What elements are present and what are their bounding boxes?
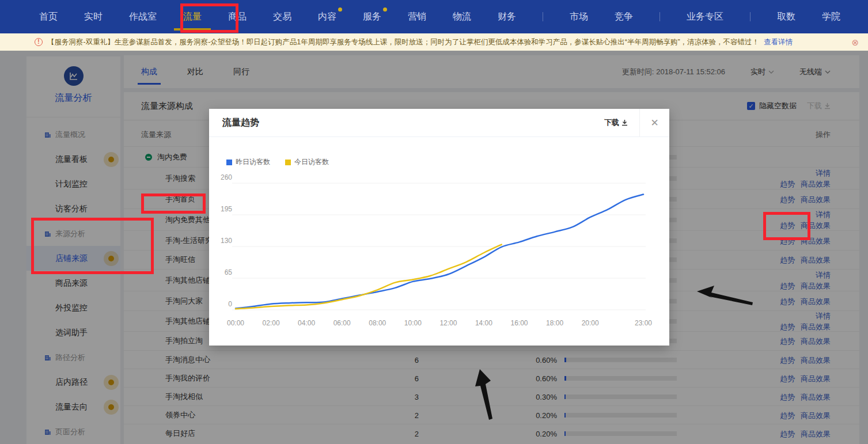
notice-close-icon[interactable]: ⊗ xyxy=(851,38,859,47)
nav-item-11[interactable]: 市场 xyxy=(570,0,588,33)
x-tick-label: 04:00 xyxy=(298,319,315,327)
x-tick-label: 12:00 xyxy=(439,319,457,327)
y-tick-label: 130 xyxy=(221,237,232,245)
nav-item-label: 流量 xyxy=(183,11,202,23)
x-tick-label: 00:00 xyxy=(227,319,244,327)
series-line-0 xyxy=(236,195,643,309)
notice-text: 【服务洞察-双重礼】生意参谋新品首发，服务洞察-众望登场！即日起订购产品1年周期… xyxy=(47,37,759,47)
nav-item-label: 内容 xyxy=(318,11,336,23)
nav-item-9[interactable]: 物流 xyxy=(453,0,471,33)
nav-item-0[interactable]: 首页 xyxy=(39,0,58,33)
legend-item-1[interactable]: 今日访客数 xyxy=(285,157,329,167)
modal-header: 流量趋势 下载 ✕ xyxy=(209,109,669,137)
x-tick-label: 16:00 xyxy=(511,319,528,327)
nav-divider xyxy=(659,12,660,21)
notice-detail-link[interactable]: 查看详情 xyxy=(764,37,793,47)
nav-item-label: 商品 xyxy=(228,11,247,23)
nav-item-label: 交易 xyxy=(273,11,291,23)
nav-item-5[interactable]: 交易 xyxy=(273,0,291,33)
legend-item-0[interactable]: 昨日访客数 xyxy=(226,157,270,167)
legend-swatch xyxy=(226,160,232,165)
nav-item-13[interactable]: 业务专区 xyxy=(687,0,723,33)
y-tick-label: 65 xyxy=(225,268,233,276)
warning-icon: ! xyxy=(35,38,43,46)
download-label: 下载 xyxy=(604,117,619,128)
nav-item-label: 营销 xyxy=(408,11,426,23)
x-tick-label: 14:00 xyxy=(475,319,492,327)
series-line-1 xyxy=(236,245,502,309)
modal-download-button[interactable]: 下载 xyxy=(604,117,628,128)
x-tick-label: 10:00 xyxy=(404,319,422,327)
x-tick-label: 20:00 xyxy=(582,319,599,327)
nav-item-label: 竞争 xyxy=(615,11,633,23)
nav-item-label: 首页 xyxy=(39,11,58,23)
nav-item-4[interactable]: 商品 xyxy=(228,0,247,33)
traffic-trend-modal: 流量趋势 下载 ✕ 昨日访客数今日访客数 06513019526000:0002… xyxy=(209,109,669,346)
x-tick-label: 06:00 xyxy=(333,319,351,327)
notification-dot xyxy=(383,7,387,12)
nav-item-label: 财务 xyxy=(498,11,516,23)
nav-item-6[interactable]: 内容 xyxy=(318,0,336,33)
nav-item-3[interactable]: 流量 xyxy=(183,0,202,33)
nav-item-label: 学院 xyxy=(822,11,840,23)
nav-item-15[interactable]: 学院 xyxy=(822,0,840,33)
nav-item-label: 实时 xyxy=(84,11,103,23)
x-tick-label: 23:00 xyxy=(635,319,652,327)
close-icon[interactable]: ✕ xyxy=(639,109,669,137)
nav-item-label: 取数 xyxy=(777,11,795,23)
legend-label: 昨日访客数 xyxy=(236,157,270,167)
top-nav: 首页实时作战室流量商品交易内容服务营销物流财务市场竞争业务专区取数学院 xyxy=(0,0,868,33)
nav-item-12[interactable]: 竞争 xyxy=(615,0,633,33)
notification-dot xyxy=(338,7,342,12)
nav-divider xyxy=(750,12,751,21)
y-tick-label: 195 xyxy=(221,205,232,213)
x-tick-label: 08:00 xyxy=(369,319,386,327)
notice-bar: ! 【服务洞察-双重礼】生意参谋新品首发，服务洞察-众望登场！即日起订购产品1年… xyxy=(0,33,868,51)
nav-item-7[interactable]: 服务 xyxy=(363,0,381,33)
legend-label: 今日访客数 xyxy=(294,157,329,167)
y-tick-label: 0 xyxy=(228,300,232,308)
nav-divider xyxy=(543,12,543,21)
modal-title: 流量趋势 xyxy=(222,117,604,129)
legend-swatch xyxy=(285,160,291,165)
nav-item-label: 物流 xyxy=(453,11,471,23)
nav-item-2[interactable]: 作战室 xyxy=(129,0,157,33)
x-tick-label: 02:00 xyxy=(263,319,280,327)
y-tick-label: 260 xyxy=(221,173,232,181)
nav-item-1[interactable]: 实时 xyxy=(84,0,103,33)
nav-item-14[interactable]: 取数 xyxy=(777,0,795,33)
nav-item-label: 业务专区 xyxy=(687,11,723,23)
nav-item-label: 作战室 xyxy=(129,11,157,23)
nav-item-label: 市场 xyxy=(570,11,588,23)
download-icon xyxy=(621,119,628,126)
trend-chart: 06513019526000:0002:0004:0006:0008:0010:… xyxy=(209,169,669,341)
nav-item-label: 服务 xyxy=(363,11,381,23)
x-tick-label: 18:00 xyxy=(546,319,563,327)
nav-item-10[interactable]: 财务 xyxy=(498,0,516,33)
nav-item-8[interactable]: 营销 xyxy=(408,0,426,33)
nav-items: 首页实时作战室流量商品交易内容服务营销物流财务市场竞争业务专区取数学院 xyxy=(39,0,867,33)
chart-legend: 昨日访客数今日访客数 xyxy=(226,157,344,167)
